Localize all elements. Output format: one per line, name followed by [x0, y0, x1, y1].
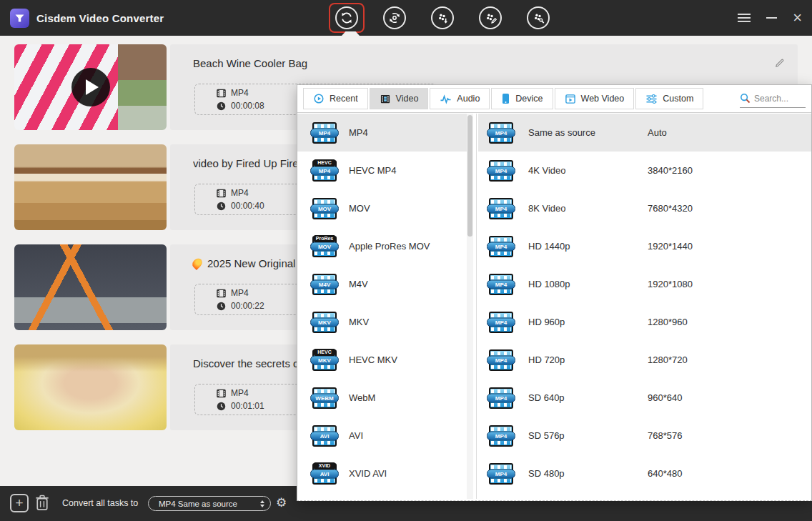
stepper-icon	[260, 500, 264, 507]
format-film-icon: ProRes MOV	[310, 235, 339, 258]
preset-film-icon: MP4	[487, 387, 515, 410]
tab-custom[interactable]: Custom	[635, 88, 703, 109]
search-input[interactable]	[754, 94, 800, 104]
toolbar-download-button[interactable]	[425, 3, 460, 33]
toolbar-rip-button[interactable]	[377, 3, 412, 33]
format-item[interactable]: MP4 MP4	[297, 114, 467, 152]
edit-title-icon[interactable]	[774, 58, 785, 69]
format-film-icon: HEVC MP4	[310, 159, 339, 182]
preset-name: SD 480p	[528, 468, 605, 479]
format-item[interactable]: XVID AVI XVID AVI	[297, 455, 474, 492]
preset-film-icon: MP4	[487, 197, 515, 220]
close-button[interactable]: ×	[793, 11, 802, 25]
preset-item[interactable]: MP4 SD 576p 768*576	[478, 417, 811, 455]
preset-item[interactable]: MP4 HD 1080p 1920*1080	[478, 265, 811, 303]
titlebar: Cisdem Video Converter ×	[0, 0, 812, 36]
preset-name: 4K Video	[528, 165, 605, 176]
sync-arrows-icon	[335, 6, 358, 29]
preset-resolution: 7680*4320	[648, 203, 693, 214]
format-item[interactable]: M4V M4V	[297, 265, 474, 303]
format-item[interactable]: MKV MKV	[297, 303, 474, 341]
format-film-icon: WEBM	[310, 387, 339, 410]
format-picker-popup: Recent Video Audio Device Web Video Cust…	[297, 84, 812, 501]
custom-sliders-icon	[645, 94, 658, 104]
menu-icon[interactable]	[738, 14, 751, 22]
video-thumbnail[interactable]	[14, 44, 167, 130]
toolbar-convert-button[interactable]	[329, 3, 365, 33]
preset-film-icon: MP4	[487, 425, 515, 447]
format-name: HEVC MKV	[349, 354, 397, 365]
video-thumbnail[interactable]	[14, 244, 167, 330]
tab-device[interactable]: Device	[491, 88, 553, 109]
format-film-icon: XVID AVI	[310, 462, 339, 485]
format-item[interactable]: HEVC MKV HEVC MKV	[297, 341, 474, 379]
toolbar-toolbox-button[interactable]	[520, 3, 556, 33]
settings-gear-icon[interactable]: ⚙	[276, 495, 287, 510]
output-format-dropdown[interactable]: MP4 Same as source	[148, 496, 271, 511]
app-logo-icon	[10, 9, 29, 28]
preset-item[interactable]: MP4 4K Video 3840*2160	[478, 152, 811, 189]
film-frame-icon	[217, 289, 226, 298]
preset-resolution: 1280*960	[648, 317, 688, 327]
format-film-icon: HEVC MKV	[310, 349, 339, 372]
format-item[interactable]: ProRes MOV Apple ProRes MOV	[297, 227, 474, 265]
play-button[interactable]	[71, 68, 110, 106]
delete-button[interactable]	[34, 494, 51, 512]
duration-label: 00:00:22	[231, 301, 264, 311]
video-thumbnail[interactable]	[14, 344, 167, 430]
tab-audio[interactable]: Audio	[430, 88, 490, 109]
format-list-scrollbar[interactable]	[467, 114, 473, 499]
format-item[interactable]: AVI AVI	[297, 417, 474, 455]
film-frame-icon	[217, 189, 226, 198]
preset-item[interactable]: MP4 HD 1440p 1920*1440	[478, 227, 811, 265]
tab-web-video[interactable]: Web Video	[555, 88, 635, 109]
convert-all-label: Convert all tasks to	[62, 498, 138, 508]
film-frame-icon	[217, 89, 226, 98]
toolbar-edit-button[interactable]	[472, 3, 508, 33]
film-frame-icon	[217, 389, 226, 398]
video-thumbnail[interactable]	[14, 144, 167, 230]
format-film-icon: AVI	[310, 425, 339, 447]
preset-name: HD 720p	[528, 354, 605, 365]
preset-item[interactable]: MP4 8K Video 7680*4320	[478, 189, 811, 227]
add-files-button[interactable]: +	[10, 494, 29, 512]
preset-resolution: Auto	[648, 127, 667, 138]
preset-item[interactable]: MP4 HD 720p 1280*720	[478, 341, 811, 379]
preset-item[interactable]: MP4 SD 640p 960*640	[478, 379, 811, 417]
preset-film-icon: MP4	[487, 121, 515, 144]
recent-icon	[313, 93, 325, 104]
duration-label: 00:01:01	[231, 401, 264, 411]
preset-item[interactable]: MP4 SD 480p 640*480	[478, 455, 811, 492]
preset-film-icon: MP4	[487, 462, 515, 485]
format-tabs: Recent Video Audio Device Web Video Cust…	[297, 85, 811, 113]
tab-recent[interactable]: Recent	[303, 88, 368, 109]
reel-edit-icon	[479, 6, 502, 29]
duration-label: 00:00:08	[231, 101, 264, 111]
format-label: MP4	[231, 88, 249, 98]
format-name: Apple ProRes MOV	[349, 241, 430, 252]
reel-tools-icon	[527, 6, 550, 29]
reel-download-icon	[431, 6, 454, 29]
preset-resolution: 768*576	[648, 430, 682, 441]
format-name: MKV	[349, 317, 369, 327]
format-item[interactable]: MOV MOV	[297, 189, 474, 227]
format-name: AVI	[349, 430, 363, 441]
format-item[interactable]: HEVC MP4 HEVC MP4	[297, 152, 474, 189]
format-label: MP4	[231, 188, 249, 198]
search-box[interactable]	[740, 89, 806, 108]
preset-film-icon: MP4	[487, 273, 515, 296]
tab-video[interactable]: Video	[370, 88, 429, 109]
mode-toolbar	[329, 0, 556, 36]
web-video-icon	[565, 94, 576, 104]
format-film-icon: MOV	[310, 197, 339, 220]
format-item[interactable]: WEBM WebM	[297, 379, 474, 417]
preset-name: SD 576p	[528, 430, 605, 441]
device-phone-icon	[501, 93, 510, 104]
task-title: Beach Wine Cooler Bag	[193, 57, 768, 69]
preset-item[interactable]: MP4 Same as source Auto	[478, 114, 811, 152]
scrollbar-thumb[interactable]	[467, 115, 472, 237]
search-icon	[740, 93, 751, 104]
preset-item[interactable]: MP4 HD 960p 1280*960	[478, 303, 811, 341]
preset-film-icon: MP4	[487, 311, 515, 334]
minimize-button[interactable]	[766, 17, 777, 19]
